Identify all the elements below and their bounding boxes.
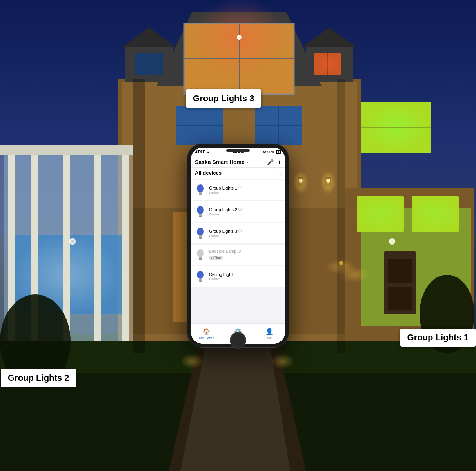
svg-point-46 [71,240,74,243]
more-options-icon[interactable]: ··· [277,171,281,177]
device-name-1: Group Lights 2 ⓘ [209,207,281,212]
group-lights-1-label: Group Lights 1 [400,329,476,347]
bulb-icon-0 [195,183,206,197]
svg-point-91 [197,228,204,236]
svg-point-97 [197,271,204,279]
device-name-0: Group Lights 1 ⓘ [209,186,281,190]
location-icon: ◎ [263,150,266,154]
svg-point-76 [180,353,204,369]
device-item-2[interactable]: Group Lights 3 ⓘ Online [191,223,285,244]
app-header: Saska Smart Home ⌄ 🎤 + [191,156,285,168]
microphone-icon[interactable]: 🎤 [267,159,274,165]
chevron-down-icon: ⌄ [246,160,249,164]
device-status-1: Online [209,212,281,216]
device-info-3: Bedside Lamp ⓘ Offline [209,249,281,261]
svg-point-85 [197,184,204,192]
svg-rect-59 [388,287,412,310]
bulb-icon-4 [195,269,206,283]
group-lights-3-label: Group Lights 3 [186,89,261,108]
svg-point-61 [391,240,394,243]
device-status-2: Online [209,234,281,238]
tab-me[interactable]: 👤 Me [254,324,285,344]
svg-rect-58 [388,259,412,283]
bulb-icon-3 [195,248,206,262]
tab-my-home-label: My Home [199,336,214,340]
svg-rect-87 [199,194,202,195]
svg-rect-98 [199,279,202,281]
bulb-icon-2 [195,226,206,240]
info-icon-0: ⓘ [238,186,242,190]
svg-rect-83 [133,78,145,353]
svg-point-77 [271,353,294,369]
svg-rect-44 [0,145,133,155]
device-list: Group Lights 1 ⓘ Online [191,179,285,323]
svg-rect-99 [199,281,202,282]
svg-rect-96 [199,259,202,260]
device-status-4: Online [209,277,281,281]
svg-point-94 [197,249,204,257]
screen-content: AT&T ▲ 9:44 AM ◎ 96% ▮▮ Saska Smart Home… [191,148,285,344]
svg-rect-93 [199,237,202,239]
svg-rect-65 [412,196,459,232]
info-icon-1: ⓘ [238,207,242,212]
status-right: ◎ 96% ▮▮ [263,150,281,154]
device-info-0: Group Lights 1 ⓘ Online [209,186,281,195]
all-devices-title: All devices [195,170,222,177]
svg-point-88 [197,206,204,214]
section-header: All devices ··· [191,168,285,179]
svg-rect-90 [199,216,202,217]
phone-speaker [226,149,250,152]
svg-rect-95 [199,257,202,259]
svg-rect-84 [337,78,345,353]
phone-home-button[interactable] [230,332,246,349]
wifi-icon: ▲ [206,150,210,154]
me-tab-icon: 👤 [265,328,273,335]
tab-me-label: Me [267,336,272,340]
device-name-2: Group Lights 3 ⓘ [209,229,281,234]
app-title[interactable]: Saska Smart Home ⌄ [195,159,249,165]
status-left: AT&T ▲ [195,150,210,154]
device-item-0[interactable]: Group Lights 1 ⓘ Online [191,180,285,201]
svg-rect-64 [357,196,404,232]
device-status-0: Online [209,191,281,195]
svg-rect-42 [94,153,101,353]
svg-rect-92 [199,236,202,237]
header-icons: 🎤 + [267,159,281,166]
svg-point-71 [326,179,330,183]
svg-rect-17 [314,53,341,75]
device-name-4: Ceiling Light [209,272,281,277]
add-icon[interactable]: + [278,159,281,166]
svg-rect-43 [122,153,129,353]
phone: AT&T ▲ 9:44 AM ◎ 96% ▮▮ Saska Smart Home… [187,144,289,348]
svg-point-24 [238,36,240,38]
home-tab-icon: 🏠 [203,328,211,335]
phone-screen: AT&T ▲ 9:44 AM ◎ 96% ▮▮ Saska Smart Home… [191,148,285,344]
svg-point-68 [299,179,303,183]
tab-my-home[interactable]: 🏠 My Home [191,324,222,344]
battery-icon: ▮▮ [276,150,281,154]
device-info-2: Group Lights 3 ⓘ Online [209,229,281,238]
bulb-icon-1 [195,204,206,219]
device-info-4: Ceiling Light Online [209,272,281,281]
carrier-text: AT&T [195,150,205,154]
svg-rect-89 [199,214,202,216]
battery-text: 96% [267,150,274,154]
info-icon-2: ⓘ [238,229,242,233]
device-name-3: Bedside Lamp ⓘ [209,249,281,254]
device-item-1[interactable]: Group Lights 2 ⓘ Online [191,201,285,222]
device-item-4[interactable]: Ceiling Light Online [191,266,285,287]
device-info-1: Group Lights 2 ⓘ Online [209,207,281,216]
app-name-text: Saska Smart Home [195,159,245,165]
svg-rect-86 [199,192,202,194]
device-item-3[interactable]: Bedside Lamp ⓘ Offline [191,245,285,265]
info-icon-3: ⓘ [238,249,241,254]
group-lights-2-label: Group Lights 2 [1,369,76,387]
phone-body: AT&T ▲ 9:44 AM ◎ 96% ▮▮ Saska Smart Home… [187,144,289,348]
device-status-3: Offline [209,256,223,260]
